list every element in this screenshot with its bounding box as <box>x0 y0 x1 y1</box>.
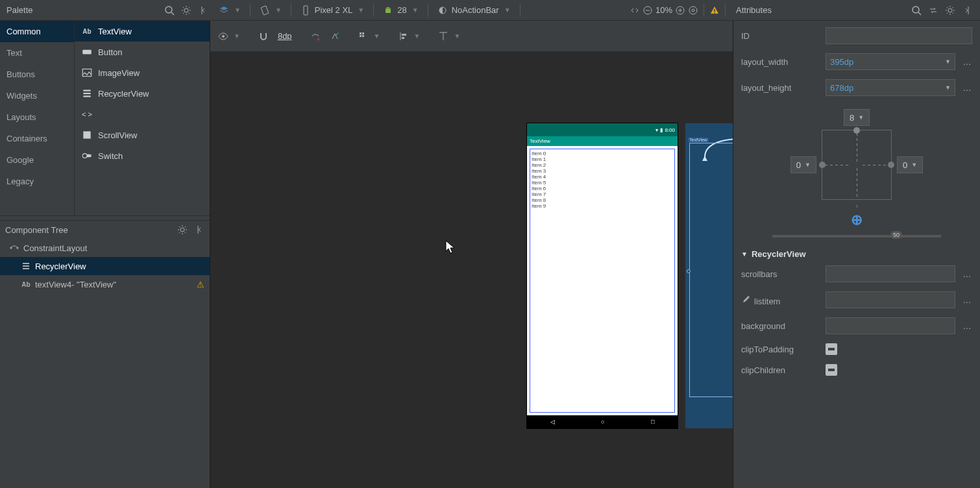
palette-category[interactable]: Common <box>0 21 74 42</box>
attr-layout-height-input[interactable]: 678dp▼ <box>826 79 955 96</box>
orientation-dropdown[interactable]: ▼ <box>256 0 286 20</box>
infer-constraints-icon[interactable] <box>330 31 340 42</box>
palette-item-icon <box>81 67 93 79</box>
more-icon[interactable]: … <box>962 295 972 305</box>
tree-node-icon: Ab <box>21 279 31 289</box>
palette-category[interactable]: Layouts <box>0 106 74 128</box>
collapse-icon[interactable] <box>194 225 204 235</box>
tree-header: Component Tree <box>0 221 210 239</box>
collapse-icon[interactable] <box>198 5 208 16</box>
zoom-in-icon[interactable] <box>675 5 685 16</box>
attr-input[interactable] <box>826 317 955 334</box>
tree-node-icon <box>9 243 19 253</box>
tree-node[interactable]: AbtextView4- "TextView"⚠ <box>0 275 210 293</box>
pack-icon <box>358 31 369 42</box>
palette-category[interactable]: Widgets <box>0 85 74 106</box>
svg-point-35 <box>336 34 337 35</box>
svg-rect-43 <box>402 37 404 39</box>
theme-dropdown[interactable]: NoActionBar ▼ <box>434 0 515 20</box>
attr-row: clipChildren <box>741 364 972 376</box>
attr-row: listitem… <box>741 291 972 308</box>
blueprint-selection[interactable] <box>689 143 733 397</box>
constraint-right-input[interactable]: 0▼ <box>897 156 923 173</box>
tree-node[interactable]: RecyclerView <box>0 257 210 275</box>
api-dropdown[interactable]: 28 ▼ <box>379 0 422 20</box>
palette-item[interactable]: AbTextView <box>75 21 210 42</box>
gear-icon[interactable] <box>945 5 955 16</box>
zoom-fit-icon[interactable] <box>688 5 698 16</box>
attr-layout-height-label: layout_height <box>741 83 819 93</box>
guidelines-dropdown[interactable]: ▼ <box>438 31 460 42</box>
magnet-icon[interactable] <box>258 31 269 42</box>
default-margin[interactable]: 8dp <box>278 31 292 41</box>
palette-category[interactable]: Containers <box>0 128 74 149</box>
palette-item[interactable]: RecyclerView <box>75 83 210 104</box>
view-options-dropdown[interactable]: ▼ <box>218 31 240 42</box>
design-canvas: ▼ 8dp ▼ ▼ ▼ ▾▮8:00 TextView Item 0Item 1 <box>210 21 733 488</box>
design-surface-dropdown[interactable]: ▼ <box>215 0 245 20</box>
palette-panel: CommonTextButtonsWidgetsLayoutsContainer… <box>0 21 210 488</box>
constraint-top-input[interactable]: 8▼ <box>844 109 870 126</box>
tristate-toggle[interactable] <box>826 364 837 376</box>
align-dropdown[interactable]: ▼ <box>398 31 421 42</box>
svg-point-19 <box>948 8 952 12</box>
android-icon <box>383 5 393 16</box>
blueprint-preview[interactable]: TextView 8 8 <box>685 123 733 428</box>
more-icon[interactable]: … <box>962 57 972 67</box>
add-constraint-icon[interactable]: ⊕ <box>851 212 863 228</box>
swap-icon[interactable] <box>928 5 938 16</box>
theme-icon <box>437 5 448 16</box>
attr-input[interactable] <box>826 291 955 308</box>
palette-item[interactable]: < > <box>75 104 210 125</box>
constraint-widget[interactable]: 8▼ 0▼ 0▼ ⊕ <box>741 109 972 228</box>
attr-layout-width-input[interactable]: 395dp▼ <box>826 53 955 70</box>
gear-icon[interactable] <box>181 5 191 16</box>
palette-category[interactable]: Legacy <box>0 171 74 192</box>
tree-title: Component Tree <box>5 225 68 235</box>
layers-icon <box>219 5 229 16</box>
panel-resizer[interactable]: ..... <box>0 215 210 221</box>
search-icon[interactable] <box>911 5 922 16</box>
palette-category[interactable]: Text <box>0 42 74 64</box>
canvas-area[interactable]: ▾▮8:00 TextView Item 0Item 1Item 2Item 3… <box>210 52 733 488</box>
gear-icon[interactable] <box>177 225 188 235</box>
palette-category[interactable]: Google <box>0 149 74 171</box>
palette-item-icon <box>81 129 93 141</box>
warning-icon[interactable] <box>709 5 720 16</box>
palette-item[interactable]: Button <box>75 42 210 62</box>
device-preview[interactable]: ▾▮8:00 TextView Item 0Item 1Item 2Item 3… <box>527 123 678 428</box>
tristate-toggle[interactable] <box>826 343 837 355</box>
home-icon: ○ <box>601 419 604 425</box>
section-header[interactable]: ▼RecyclerView <box>741 249 972 259</box>
attr-row: scrollbars… <box>741 265 972 282</box>
overflow-icon[interactable] <box>630 5 640 16</box>
palette-item-icon <box>81 150 93 162</box>
clear-constraints-icon[interactable] <box>310 31 321 42</box>
palette-item[interactable]: ScrollView <box>75 125 210 145</box>
main-toolbar: Palette ▼ ▼ Pixel 2 XL ▼ 28 ▼ NoActionBa… <box>0 0 980 21</box>
more-icon[interactable]: … <box>962 269 972 279</box>
collapse-icon[interactable] <box>962 5 972 16</box>
attr-input[interactable] <box>826 265 955 282</box>
bias-slider[interactable]: 50 <box>772 235 941 238</box>
align-icon <box>398 31 409 42</box>
palette-item[interactable]: ImageView <box>75 62 210 83</box>
mouse-cursor <box>445 240 457 256</box>
constraint-left-input[interactable]: 0▼ <box>790 156 816 173</box>
search-icon[interactable] <box>164 5 175 16</box>
pencil-icon <box>741 294 752 304</box>
rotate-icon <box>260 5 270 16</box>
attributes-title: Attributes <box>736 5 772 15</box>
palette-category[interactable]: Buttons <box>0 64 74 85</box>
recyclerview-preview[interactable]: Item 0Item 1Item 2Item 3Item 4Item 5Item… <box>530 149 675 413</box>
more-icon[interactable]: … <box>962 83 972 93</box>
phone-icon <box>300 5 311 16</box>
attr-id-input[interactable] <box>826 27 972 44</box>
tree-node[interactable]: ConstraintLayout <box>0 239 210 257</box>
device-dropdown[interactable]: Pixel 2 XL ▼ <box>297 0 368 20</box>
pack-dropdown[interactable]: ▼ <box>358 31 380 42</box>
more-icon[interactable]: … <box>962 321 972 331</box>
palette-header: Palette <box>3 5 212 16</box>
zoom-out-icon[interactable] <box>643 5 653 16</box>
palette-item[interactable]: Switch <box>75 145 210 166</box>
